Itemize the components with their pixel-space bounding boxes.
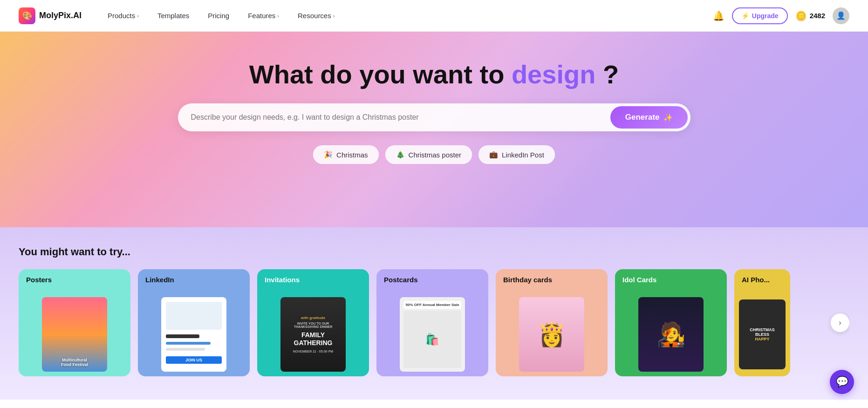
poster-preview: MulticulturalFood Festival (42, 297, 107, 372)
birthday-preview: 👸 (519, 297, 584, 372)
bolt-icon: ⚡ (741, 12, 749, 20)
search-input[interactable] (191, 109, 610, 126)
logo-icon: 🎨 (19, 7, 35, 24)
suggestion-christmas[interactable]: 🎉 Christmas (313, 145, 379, 164)
card-label: Postcards (376, 269, 488, 287)
suggestion-linkedin-post[interactable]: 💼 LinkedIn Post (478, 145, 555, 164)
notification-bell-icon[interactable]: 🔔 (713, 10, 724, 21)
card-postcards[interactable]: Postcards 50% OFF Annual Member Sale 🛍️ (376, 269, 488, 376)
chat-icon: 💬 (836, 376, 848, 388)
navbar-right: 🔔 ⚡ Upgrade 🪙 2482 👤 (713, 7, 849, 24)
chevron-right-icon: › (333, 13, 335, 19)
nav-item-products[interactable]: Products › (100, 8, 146, 23)
hero-section: What do you want to design ? Generate ✨ … (0, 32, 868, 227)
card-label: Invitations (257, 269, 369, 287)
cards-section: You might want to try... Posters Multicu… (0, 227, 868, 400)
logo-text: MolyPix.AI (39, 11, 82, 20)
card-image-ai: CHRISTMASBLESSHAPPY (734, 292, 790, 376)
nav-item-features[interactable]: Features › (240, 8, 287, 23)
logo[interactable]: 🎨 MolyPix.AI (19, 7, 82, 24)
sparkle-icon: ✨ (663, 113, 673, 122)
invitation-preview: with gratitude INVITE YOU TO OURTHANKSGI… (280, 297, 346, 372)
cards-row: Posters MulticulturalFood Festival Linke… (19, 269, 849, 376)
card-label: Idol Cards (615, 269, 727, 287)
card-label: Posters (19, 269, 130, 287)
chevron-right-icon: › (137, 13, 139, 19)
idol-preview: 🧑‍🎤 (638, 297, 704, 372)
card-linkedin[interactable]: LinkedIn JOIN US (138, 269, 250, 376)
card-label: Birthday cards (496, 269, 608, 287)
linkedin-preview: JOIN US (161, 297, 226, 372)
card-invitations[interactable]: Invitations with gratitude INVITE YOU TO… (257, 269, 369, 376)
coins-icon: 🪙 (795, 10, 807, 21)
suggestion-pills: 🎉 Christmas 🎄 Christmas poster 💼 LinkedI… (9, 145, 859, 164)
search-bar: Generate ✨ (178, 103, 690, 131)
briefcase-icon: 💼 (489, 150, 498, 159)
hero-title: What do you want to design ? (9, 60, 859, 89)
suggestion-christmas-poster[interactable]: 🎄 Christmas poster (385, 145, 472, 164)
upgrade-button[interactable]: ⚡ Upgrade (732, 7, 788, 24)
nav-item-pricing[interactable]: Pricing (200, 8, 237, 23)
chevron-right-icon: › (277, 13, 279, 19)
tree-icon: 🎄 (396, 150, 405, 159)
postcard-preview: 50% OFF Annual Member Sale 🛍️ (400, 297, 465, 372)
christmas-icon: 🎉 (324, 150, 333, 159)
nav-links: Products › Templates Pricing Features › … (100, 8, 713, 23)
card-posters[interactable]: Posters MulticulturalFood Festival (19, 269, 130, 376)
scroll-right-button[interactable]: › (831, 313, 849, 332)
nav-item-templates[interactable]: Templates (150, 8, 197, 23)
avatar[interactable]: 👤 (833, 7, 849, 24)
card-idol[interactable]: Idol Cards 🧑‍🎤 (615, 269, 727, 376)
card-label: AI Pho... (734, 269, 790, 287)
card-image-birthday: 👸 (496, 292, 608, 376)
card-image-posters: MulticulturalFood Festival (19, 292, 130, 376)
nav-item-resources[interactable]: Resources › (290, 8, 342, 23)
chat-button[interactable]: 💬 (830, 370, 854, 394)
card-image-idol: 🧑‍🎤 (615, 292, 727, 376)
card-label: LinkedIn (138, 269, 250, 287)
card-ai[interactable]: AI Pho... CHRISTMASBLESSHAPPY (734, 269, 790, 376)
card-image-postcards: 50% OFF Annual Member Sale 🛍️ (376, 292, 488, 376)
section-title: You might want to try... (19, 246, 849, 258)
generate-button[interactable]: Generate ✨ (610, 106, 688, 129)
navbar: 🎨 MolyPix.AI Products › Templates Pricin… (0, 0, 868, 32)
card-birthday[interactable]: Birthday cards 👸 (496, 269, 608, 376)
card-image-linkedin: JOIN US (138, 292, 250, 376)
card-image-invitations: with gratitude INVITE YOU TO OURTHANKSGI… (257, 292, 369, 376)
coins-display: 🪙 2482 (795, 10, 825, 21)
